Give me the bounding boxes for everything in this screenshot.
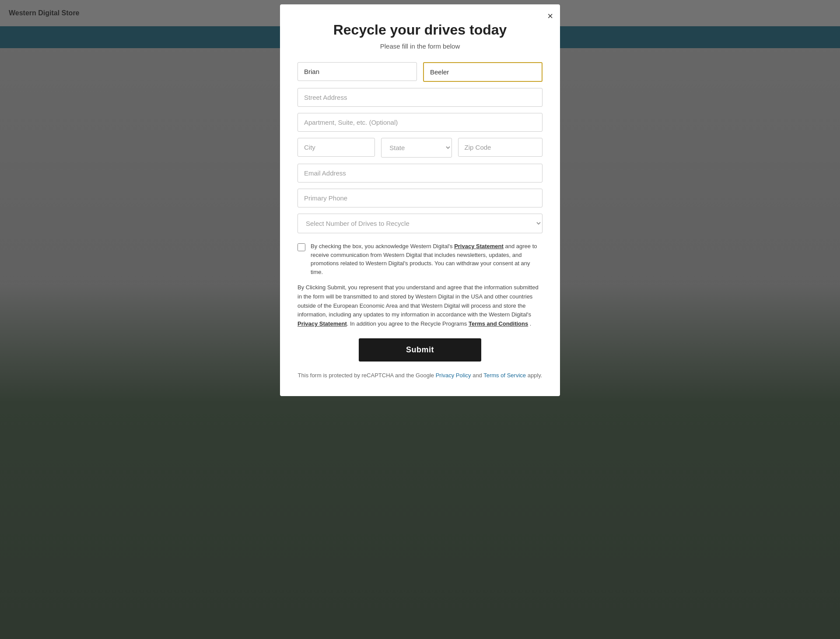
last-name-field <box>423 62 542 82</box>
email-input[interactable] <box>298 164 542 183</box>
privacy-statement-link[interactable]: Privacy Statement <box>454 243 504 249</box>
state-select[interactable]: State Alabama Alaska Arizona California … <box>381 138 452 158</box>
legal-text: By Clicking Submit, you represent that y… <box>298 283 542 329</box>
name-row <box>298 62 542 82</box>
phone-input[interactable] <box>298 189 542 207</box>
first-name-input[interactable] <box>298 62 417 81</box>
legal-terms-link[interactable]: Terms and Conditions <box>469 320 528 327</box>
modal-title: Recycle your drives today <box>298 22 542 38</box>
captcha-terms-link[interactable]: Terms of Service <box>483 372 526 379</box>
state-field: State Alabama Alaska Arizona California … <box>381 138 452 158</box>
drives-row: Select Number of Drives to Recycle 1 2 3… <box>298 214 542 233</box>
last-name-input[interactable] <box>423 62 542 82</box>
city-input[interactable] <box>298 138 375 157</box>
modal-dialog: × Recycle your drives today Please fill … <box>280 4 560 396</box>
zip-field <box>458 138 542 158</box>
street-address-input[interactable] <box>298 88 542 107</box>
privacy-checkbox[interactable] <box>298 243 305 251</box>
phone-row <box>298 189 542 207</box>
email-row <box>298 164 542 183</box>
apartment-input[interactable] <box>298 113 542 132</box>
city-state-zip-row: State Alabama Alaska Arizona California … <box>298 138 542 158</box>
legal-privacy-link[interactable]: Privacy Statement <box>298 320 347 327</box>
drives-select[interactable]: Select Number of Drives to Recycle 1 2 3… <box>298 214 542 233</box>
modal-close-button[interactable]: × <box>547 11 553 21</box>
city-field <box>298 138 375 158</box>
privacy-checkbox-section: By checking the box, you acknowledge Wes… <box>298 242 542 276</box>
submit-button[interactable]: Submit <box>359 338 481 362</box>
captcha-privacy-link[interactable]: Privacy Policy <box>436 372 471 379</box>
first-name-field <box>298 62 417 82</box>
privacy-checkbox-label: By checking the box, you acknowledge Wes… <box>311 242 542 276</box>
zip-input[interactable] <box>458 138 542 157</box>
modal-subtitle: Please fill in the form below <box>298 42 542 50</box>
captcha-notice: This form is protected by reCAPTCHA and … <box>298 372 542 379</box>
apt-row <box>298 113 542 132</box>
street-row <box>298 88 542 107</box>
